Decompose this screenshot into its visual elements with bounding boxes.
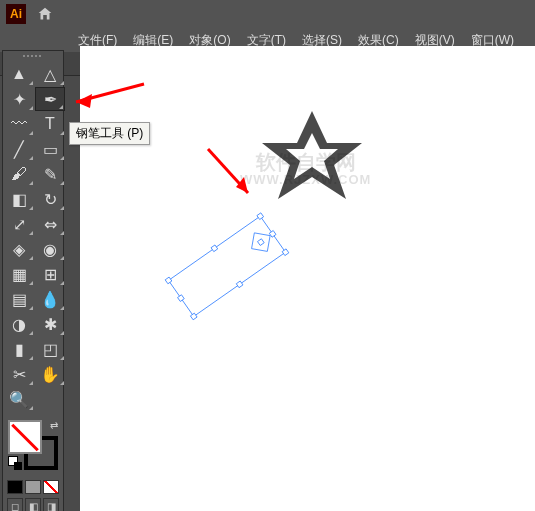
draw-behind-mode[interactable]: ◧ xyxy=(25,498,41,511)
svg-rect-1 xyxy=(165,277,172,284)
draw-normal-mode[interactable]: ◻ xyxy=(7,498,23,511)
svg-rect-7 xyxy=(178,295,185,302)
canvas[interactable]: 软件自学网 WWW.RJZXW.COM xyxy=(80,46,535,511)
titlebar: Ai xyxy=(0,0,535,28)
perspective-tool[interactable]: ▦ xyxy=(4,262,34,286)
pen-tool-tooltip: 钢笔工具 (P) xyxy=(69,122,150,145)
eraser-tool[interactable]: ◧ xyxy=(4,187,34,211)
draw-modes: ◻ ◧ ◨ xyxy=(3,496,63,511)
svg-rect-5 xyxy=(211,245,218,252)
toolbox-grabber[interactable] xyxy=(3,51,63,61)
svg-rect-10 xyxy=(257,239,264,246)
svg-rect-8 xyxy=(269,231,276,238)
shape-builder-tool[interactable]: ◉ xyxy=(35,237,65,261)
draw-inside-mode[interactable]: ◨ xyxy=(43,498,59,511)
color-chip-0[interactable] xyxy=(7,480,23,494)
svg-line-11 xyxy=(208,149,248,193)
toolbox: ▲△✦✒〰T╱▭🖌✎◧↻⤢⇔◈◉▦⊞▤💧◑✱▮◰✂✋🔍 ⇄ ◻ ◧ ◨ xyxy=(2,50,64,511)
column-graph-tool[interactable]: ▮ xyxy=(4,337,34,361)
slice-tool[interactable]: ✂ xyxy=(4,362,34,386)
zoom-tool[interactable]: 🔍 xyxy=(4,387,34,411)
swap-fill-stroke-icon[interactable]: ⇄ xyxy=(50,420,58,431)
rotate-tool[interactable]: ↻ xyxy=(35,187,65,211)
color-chip-1[interactable] xyxy=(25,480,41,494)
hand-tool[interactable]: ✋ xyxy=(35,362,65,386)
blend-tool[interactable]: ◑ xyxy=(4,312,34,336)
width-tool[interactable]: ⇔ xyxy=(35,212,65,236)
color-chips xyxy=(3,478,63,496)
svg-rect-3 xyxy=(190,313,197,320)
eyedropper-tool[interactable]: 💧 xyxy=(35,287,65,311)
pencil-tool[interactable]: ✎ xyxy=(35,162,65,186)
free-transform-tool[interactable]: ◈ xyxy=(4,237,34,261)
default-fill-stroke-icon[interactable] xyxy=(8,456,22,470)
rectangle-tool[interactable]: ▭ xyxy=(35,137,65,161)
direct-selection-tool[interactable]: △ xyxy=(35,62,65,86)
app-icon: Ai xyxy=(6,4,26,24)
paintbrush-tool[interactable]: 🖌 xyxy=(4,162,34,186)
selection-tool[interactable]: ▲ xyxy=(4,62,34,86)
svg-rect-9 xyxy=(252,233,271,252)
symbol-sprayer-tool[interactable]: ✱ xyxy=(35,312,65,336)
artboard-tool[interactable]: ◰ xyxy=(35,337,65,361)
type-tool[interactable]: T xyxy=(35,112,65,136)
svg-marker-12 xyxy=(236,177,248,193)
fill-stroke-section: ⇄ xyxy=(3,412,63,478)
scale-tool[interactable]: ⤢ xyxy=(4,212,34,236)
star-shape xyxy=(252,101,372,221)
home-icon[interactable] xyxy=(36,5,54,23)
line-tool[interactable]: ╱ xyxy=(4,137,34,161)
magic-wand-tool[interactable]: ✦ xyxy=(4,87,34,111)
fill-swatch[interactable] xyxy=(8,420,42,454)
mesh-tool[interactable]: ⊞ xyxy=(35,262,65,286)
gradient-tool[interactable]: ▤ xyxy=(4,287,34,311)
svg-rect-6 xyxy=(236,281,243,288)
pen-tool[interactable]: ✒ xyxy=(35,87,65,111)
color-chip-2[interactable] xyxy=(43,480,59,494)
curvature-tool[interactable]: 〰 xyxy=(4,112,34,136)
svg-rect-4 xyxy=(282,249,289,256)
svg-rect-0 xyxy=(169,216,286,316)
